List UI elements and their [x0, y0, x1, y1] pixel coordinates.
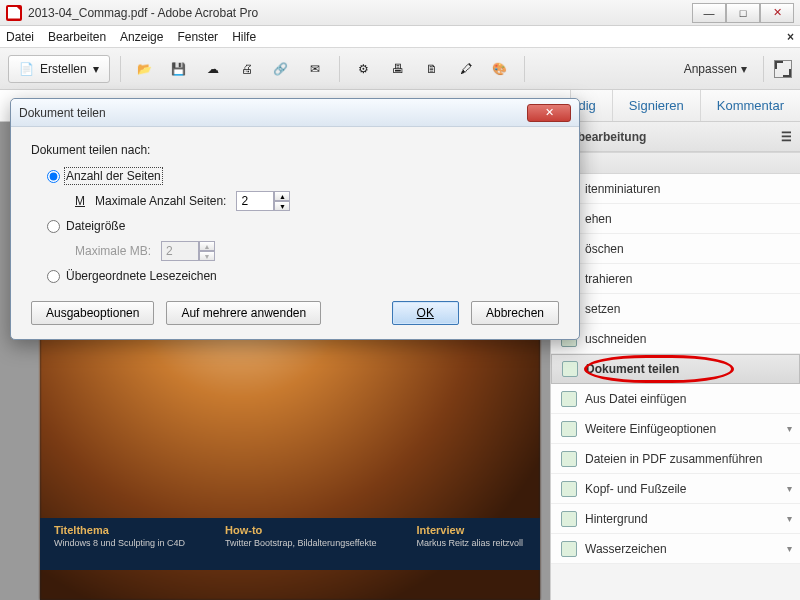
customize-label: Anpassen [684, 62, 737, 76]
colors-button[interactable]: 🎨 [486, 55, 514, 83]
customize-button[interactable]: Anpassen ▾ [678, 62, 753, 76]
tool-item[interactable]: trahieren [551, 264, 800, 294]
close-button[interactable]: ✕ [760, 3, 794, 23]
tools-panel-header[interactable]: ▾ sbearbeitung ☰ [551, 122, 800, 152]
tool-icon [561, 421, 577, 437]
chevron-down-icon: ▾ [787, 423, 792, 434]
tool-icon [561, 541, 577, 557]
tab-sign[interactable]: Signieren [612, 90, 700, 121]
max-mb-input [161, 241, 199, 261]
tool-icon [561, 481, 577, 497]
ok-label: OK [417, 306, 434, 320]
save-button[interactable]: 💾 [165, 55, 193, 83]
footer-col2-sub: Twitter Bootstrap, Bildalterungseffekte [225, 538, 376, 548]
tool-item[interactable]: uschneiden [551, 324, 800, 354]
tools-panel-title: sbearbeitung [571, 130, 646, 144]
tool-label: Weitere Einfügeoptionen [585, 422, 716, 436]
tool-item[interactable]: itenminiaturen [551, 174, 800, 204]
tool-item[interactable]: Kopf- und Fußzeile▾ [551, 474, 800, 504]
cloud-button[interactable]: ☁ [199, 55, 227, 83]
menu-view[interactable]: Anzeige [120, 30, 163, 44]
radio-pages[interactable]: Anzahl der Seiten [47, 169, 559, 183]
email-button[interactable]: ✉ [301, 55, 329, 83]
create-button[interactable]: 📄 Erstellen ▾ [8, 55, 110, 83]
tool-label: uschneiden [585, 332, 646, 346]
tool-label: Hintergrund [585, 512, 648, 526]
tab-comment[interactable]: Kommentar [700, 90, 800, 121]
tool-item[interactable]: Wasserzeichen▾ [551, 534, 800, 564]
tool-icon [561, 391, 577, 407]
tool-item[interactable]: Hintergrund▾ [551, 504, 800, 534]
tool-label: itenminiaturen [585, 182, 660, 196]
menu-window[interactable]: Fenster [177, 30, 218, 44]
chevron-down-icon: ▾ [787, 543, 792, 554]
footer-col3-sub: Markus Reitz alias reitzvoll [417, 538, 524, 548]
window-title: 2013-04_Commag.pdf - Adobe Acrobat Pro [28, 6, 692, 20]
chevron-down-icon: ▾ [93, 62, 99, 76]
radio-pages-input[interactable] [47, 170, 60, 183]
tool-label: Aus Datei einfügen [585, 392, 686, 406]
menubar-close-icon[interactable]: × [787, 30, 794, 44]
palette-icon: 🎨 [492, 62, 507, 76]
footer-col2-head: How-to [225, 524, 376, 536]
highlight-button[interactable]: 🖍 [452, 55, 480, 83]
main-toolbar: 📄 Erstellen ▾ 📂 💾 ☁ 🖨 🔗 ✉ ⚙ 🖶 🗎 🖍 🎨 Anpa… [0, 48, 800, 90]
share-icon: 🔗 [273, 62, 288, 76]
split-document-dialog: Dokument teilen ✕ Dokument teilen nach: … [10, 98, 580, 340]
tool-item[interactable]: ehen [551, 204, 800, 234]
print-button[interactable]: 🖨 [233, 55, 261, 83]
radio-filesize-label: Dateigröße [66, 219, 125, 233]
tool-label: Dateien in PDF zusammenführen [585, 452, 762, 466]
menubar: Datei Bearbeiten Anzeige Fenster Hilfe × [0, 26, 800, 48]
tool-label: öschen [585, 242, 624, 256]
ocr-button[interactable]: 🖶 [384, 55, 412, 83]
menu-edit[interactable]: Bearbeiten [48, 30, 106, 44]
radio-filesize[interactable]: Dateigröße [47, 219, 559, 233]
print-icon: 🖨 [241, 62, 253, 76]
dialog-titlebar[interactable]: Dokument teilen ✕ [11, 99, 579, 127]
max-pages-up[interactable]: ▲ [274, 191, 290, 201]
cancel-button[interactable]: Abbrechen [471, 301, 559, 325]
output-options-button[interactable]: Ausgabeoptionen [31, 301, 154, 325]
menu-help[interactable]: Hilfe [232, 30, 256, 44]
maximize-button[interactable]: □ [726, 3, 760, 23]
ok-button[interactable]: OK [392, 301, 459, 325]
tool-item[interactable]: Dateien in PDF zusammenführen [551, 444, 800, 474]
tool-item[interactable]: Dokument teilen [551, 354, 800, 384]
dialog-close-button[interactable]: ✕ [527, 104, 571, 122]
share-button[interactable]: 🔗 [267, 55, 295, 83]
save-icon: 💾 [171, 62, 186, 76]
tool-icon [562, 361, 578, 377]
tool-label: trahieren [585, 272, 632, 286]
max-pages-input[interactable] [236, 191, 274, 211]
create-pdf-icon: 📄 [19, 62, 34, 76]
tool-item[interactable]: setzen [551, 294, 800, 324]
gear-icon: ⚙ [358, 62, 369, 76]
create-label: Erstellen [40, 62, 87, 76]
max-mb-up: ▲ [199, 241, 215, 251]
apply-multiple-button[interactable]: Auf mehrere anwenden [166, 301, 321, 325]
gear-button[interactable]: ⚙ [350, 55, 378, 83]
panel-menu-icon[interactable]: ☰ [781, 130, 792, 144]
export-button[interactable]: 🗎 [418, 55, 446, 83]
fullscreen-icon[interactable] [774, 60, 792, 78]
ocr-icon: 🖶 [392, 62, 404, 76]
radio-bookmarks-input[interactable] [47, 270, 60, 283]
open-button[interactable]: 📂 [131, 55, 159, 83]
radio-bookmarks[interactable]: Übergeordnete Lesezeichen [47, 269, 559, 283]
menu-file[interactable]: Datei [6, 30, 34, 44]
cloud-upload-icon: ☁ [207, 62, 219, 76]
folder-open-icon: 📂 [137, 62, 152, 76]
radio-bookmarks-label: Übergeordnete Lesezeichen [66, 269, 217, 283]
chevron-down-icon: ▾ [787, 513, 792, 524]
footer-col1-head: Titelthema [54, 524, 185, 536]
max-pages-down[interactable]: ▼ [274, 201, 290, 211]
tools-panel: ▾ sbearbeitung ☰ itenminiaturenehenösche… [550, 122, 800, 600]
radio-pages-label: Anzahl der Seiten [66, 169, 161, 183]
minimize-button[interactable]: — [692, 3, 726, 23]
tool-item[interactable]: Aus Datei einfügen [551, 384, 800, 414]
radio-filesize-input[interactable] [47, 220, 60, 233]
tool-item[interactable]: Weitere Einfügeoptionen▾ [551, 414, 800, 444]
tool-item[interactable]: öschen [551, 234, 800, 264]
window-titlebar: 2013-04_Commag.pdf - Adobe Acrobat Pro —… [0, 0, 800, 26]
